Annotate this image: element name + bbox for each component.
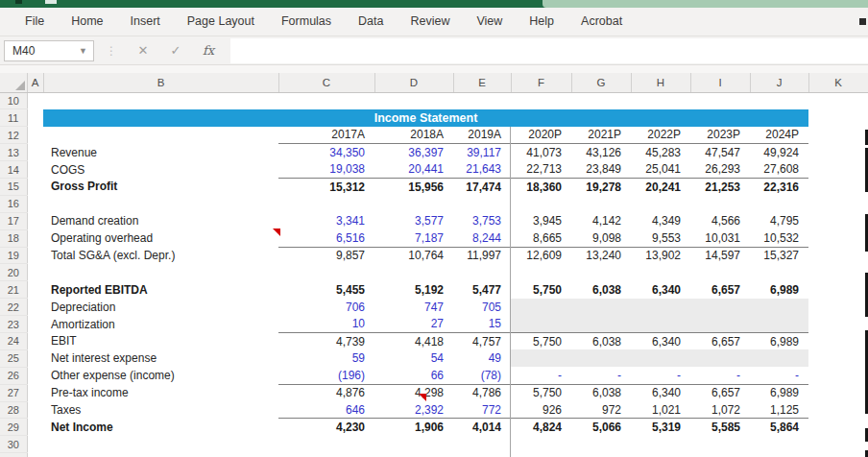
cell-F27[interactable]: 5,750: [511, 384, 571, 401]
row-header-18[interactable]: 18: [0, 229, 27, 247]
cell-B18[interactable]: Operating overhead: [43, 229, 278, 247]
cell-B24[interactable]: EBIT: [43, 332, 278, 349]
cell-G19[interactable]: 13,240: [571, 247, 631, 264]
cancel-icon[interactable]: ✕: [127, 43, 159, 58]
cell-K14[interactable]: [808, 161, 868, 179]
cell-C29[interactable]: 4,230: [278, 419, 374, 436]
cell-A12[interactable]: [27, 127, 43, 144]
cell-H22[interactable]: [631, 299, 690, 316]
cell-I25[interactable]: [690, 349, 750, 367]
cell-J17[interactable]: 4,795: [750, 212, 808, 229]
cell-H28[interactable]: 1,021: [631, 401, 690, 419]
cell-B27[interactable]: Pre-tax income: [43, 384, 278, 401]
ribbon-tab-home[interactable]: Home: [58, 8, 116, 36]
cell-H15[interactable]: 20,241: [631, 178, 690, 195]
cell-B30[interactable]: [43, 436, 278, 453]
row-header-15[interactable]: 15: [0, 178, 27, 195]
cell-D28[interactable]: 2,392: [374, 401, 453, 419]
cell-I23[interactable]: [690, 316, 750, 333]
cell-B16[interactable]: [43, 195, 278, 212]
cell-K12[interactable]: [808, 127, 868, 144]
cell-H18[interactable]: 9,553: [631, 229, 690, 247]
cell-E10[interactable]: [453, 92, 511, 109]
cell-G28[interactable]: 972: [571, 401, 631, 419]
cell-D30[interactable]: [374, 436, 453, 453]
cell-H14[interactable]: 25,041: [631, 161, 690, 179]
cell-E28[interactable]: 772: [453, 401, 511, 419]
column-header-K[interactable]: K: [808, 73, 868, 92]
section-title-cell[interactable]: Income Statement: [43, 109, 808, 127]
cell-A17[interactable]: [27, 212, 43, 229]
row-header-16[interactable]: 16: [0, 195, 27, 212]
cell-C12[interactable]: 2017A: [278, 127, 374, 144]
cell-D23[interactable]: 27: [374, 316, 453, 333]
cell-C27[interactable]: 4,876: [278, 384, 374, 401]
cell-C10[interactable]: [278, 92, 374, 109]
cell-H30[interactable]: [631, 436, 690, 453]
cell-G22[interactable]: [571, 299, 631, 316]
cell-K23[interactable]: [808, 316, 868, 333]
cell-C15[interactable]: 15,312: [278, 178, 374, 195]
cell-I18[interactable]: 10,031: [690, 229, 750, 247]
ribbon-collapse-icon[interactable]: [859, 18, 866, 25]
row-header-28[interactable]: 28: [0, 401, 27, 419]
cell-E22[interactable]: 705: [453, 299, 511, 316]
cell-F31[interactable]: [511, 453, 571, 457]
cell-H16[interactable]: [631, 195, 690, 212]
cell-K24[interactable]: [808, 332, 868, 349]
cell-A28[interactable]: [27, 401, 43, 419]
cell-J14[interactable]: 27,608: [750, 161, 808, 179]
cell-K15[interactable]: [808, 178, 868, 195]
row-header-23[interactable]: 23: [0, 316, 27, 333]
cell-J15[interactable]: 22,316: [750, 178, 808, 195]
cell-A10[interactable]: [27, 92, 43, 109]
cell-G15[interactable]: 19,278: [571, 178, 631, 195]
column-header-H[interactable]: H: [631, 73, 690, 92]
row-header-17[interactable]: 17: [0, 212, 27, 229]
cell-A29[interactable]: [27, 419, 43, 436]
cell-K18[interactable]: [808, 229, 868, 247]
cell-I12[interactable]: 2023P: [690, 127, 750, 144]
row-header-22[interactable]: 22: [0, 299, 27, 316]
cell-D13[interactable]: 36,397: [374, 144, 453, 161]
cell-B29[interactable]: Net Income: [43, 419, 278, 436]
cell-A18[interactable]: [27, 229, 43, 247]
cell-E18[interactable]: 8,244: [453, 229, 511, 247]
cell-B31[interactable]: Drivers: [43, 453, 278, 457]
cell-J30[interactable]: [750, 436, 808, 453]
cell-G31[interactable]: [571, 453, 631, 457]
cell-C24[interactable]: 4,739: [278, 332, 374, 349]
cell-F15[interactable]: 18,360: [511, 178, 571, 195]
cell-J10[interactable]: [750, 92, 808, 109]
cell-B21[interactable]: Reported EBITDA: [43, 281, 278, 299]
cell-F22[interactable]: [511, 299, 571, 316]
cell-H23[interactable]: [631, 316, 690, 333]
cell-B10[interactable]: [43, 92, 278, 109]
cell-K25[interactable]: [808, 349, 868, 367]
cell-J24[interactable]: 6,989: [750, 332, 808, 349]
cell-J19[interactable]: 15,327: [750, 247, 808, 264]
cell-D20[interactable]: [374, 264, 453, 281]
cell-F28[interactable]: 926: [511, 401, 571, 419]
cell-I20[interactable]: [690, 264, 750, 281]
ribbon-tab-file[interactable]: File: [12, 8, 58, 36]
cell-D27[interactable]: 4,298: [374, 384, 453, 401]
cell-J22[interactable]: [750, 299, 808, 316]
search-box[interactable]: [542, 0, 868, 8]
cell-A14[interactable]: [27, 161, 43, 179]
cell-E12[interactable]: 2019A: [453, 127, 511, 144]
cell-I19[interactable]: 14,597: [690, 247, 750, 264]
cell-D17[interactable]: 3,577: [374, 212, 453, 229]
cell-F12[interactable]: 2020P: [511, 127, 571, 144]
cell-A24[interactable]: [27, 332, 43, 349]
row-header-20[interactable]: 20: [0, 264, 27, 281]
cell-C22[interactable]: 706: [278, 299, 374, 316]
cell-G27[interactable]: 6,038: [571, 384, 631, 401]
cell-C23[interactable]: 10: [278, 316, 374, 333]
cell-A20[interactable]: [27, 264, 43, 281]
cell-D31[interactable]: [374, 453, 453, 457]
cell-E24[interactable]: 4,757: [453, 332, 511, 349]
cell-G18[interactable]: 9,098: [571, 229, 631, 247]
column-header-I[interactable]: I: [690, 73, 750, 92]
name-box[interactable]: M40 ▼: [4, 40, 94, 61]
